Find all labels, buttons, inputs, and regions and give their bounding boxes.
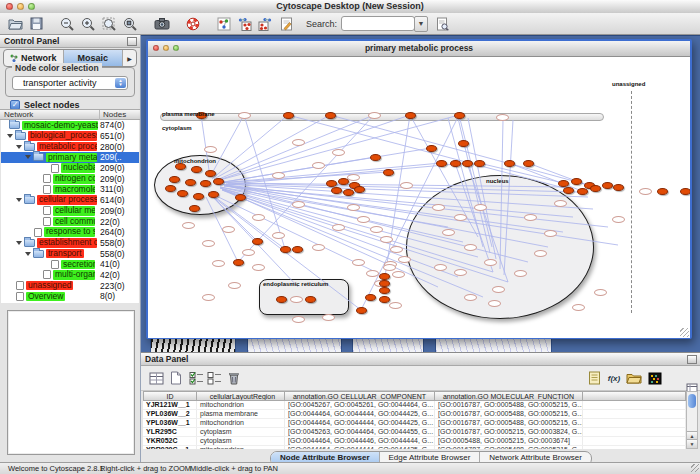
tree-row[interactable]: nucleobase-209(0) — [1, 163, 139, 174]
network-node[interactable] — [426, 145, 437, 152]
network-node[interactable] — [454, 112, 465, 119]
network-node[interactable] — [370, 154, 381, 161]
tree-row[interactable]: cellular process614(0) — [1, 195, 139, 206]
delete-attribute-icon[interactable] — [225, 369, 243, 387]
float-panel-icon[interactable] — [127, 37, 137, 46]
tree-row[interactable]: biological_process651(0) — [1, 131, 139, 142]
column-header[interactable]: annotation.GO MOLECULAR_FUNCTION — [435, 391, 583, 401]
network-node[interactable] — [292, 246, 303, 253]
network-node[interactable] — [577, 188, 588, 195]
tree-row[interactable]: multi-organism pro42(0) — [1, 270, 139, 281]
network-node[interactable] — [354, 186, 365, 193]
tree-row[interactable]: establishment of lo558(0) — [1, 238, 139, 249]
tree-row[interactable]: metabolic process280(0) — [1, 141, 139, 152]
float-panel-icon[interactable] — [687, 355, 697, 364]
new-attribute-icon[interactable] — [167, 369, 185, 387]
zoom-window-icon[interactable] — [28, 3, 35, 10]
column-header[interactable]: ID — [143, 391, 197, 401]
import-attributes-icon[interactable] — [625, 369, 643, 387]
network-node[interactable] — [436, 160, 447, 167]
table-row[interactable]: YPL036W__1mitochondrion[GO:0044464, GO:0… — [143, 419, 686, 428]
network-node[interactable] — [379, 280, 390, 287]
column-header[interactable]: annotation.GO CELLULAR_COMPONENT — [285, 391, 435, 401]
network-node[interactable] — [233, 259, 244, 266]
network-node[interactable] — [252, 238, 263, 245]
minimize-icon[interactable] — [163, 45, 169, 51]
tree-row[interactable]: transport558(0) — [1, 248, 139, 259]
network-node[interactable] — [680, 188, 690, 195]
tree-col-nodes[interactable]: Nodes — [99, 110, 126, 120]
tab-overflow-arrow-icon[interactable]: ▶ — [123, 50, 136, 66]
background-window-fragment[interactable] — [247, 338, 342, 353]
network-node[interactable] — [458, 140, 469, 147]
snapshot-icon[interactable] — [152, 15, 171, 33]
search-dropdown-icon[interactable]: ▼ — [414, 16, 428, 32]
column-header[interactable]: _cellularLayoutRegion — [197, 391, 285, 401]
minimize-icon[interactable] — [17, 3, 24, 10]
network-node[interactable] — [338, 178, 349, 185]
network-node[interactable] — [189, 205, 200, 212]
help-icon[interactable] — [183, 15, 202, 33]
expander-icon[interactable] — [16, 145, 22, 149]
network-window-titlebar[interactable]: primary metabolic process — [148, 41, 690, 57]
network-node[interactable] — [405, 112, 416, 119]
expander-icon[interactable] — [7, 134, 13, 138]
network-node[interactable] — [450, 160, 461, 167]
tree-col-network[interactable]: Network — [4, 110, 33, 120]
network-node[interactable] — [283, 112, 294, 119]
expander-icon[interactable] — [25, 252, 31, 256]
network-node[interactable] — [379, 296, 390, 303]
network-node[interactable] — [657, 188, 668, 195]
notes-icon[interactable] — [585, 369, 603, 387]
network-node[interactable] — [175, 163, 186, 170]
network-node[interactable] — [200, 180, 211, 187]
tree-row[interactable]: primary metab209(.. — [1, 152, 139, 163]
network-node[interactable] — [213, 178, 224, 185]
network-node[interactable] — [325, 112, 336, 119]
network-node[interactable] — [305, 296, 316, 303]
function-builder-icon[interactable]: f(x) — [605, 369, 623, 387]
network-node[interactable] — [383, 169, 394, 176]
network-node[interactable] — [571, 178, 582, 185]
network-node[interactable] — [462, 160, 473, 167]
expander-icon[interactable] — [16, 241, 22, 245]
network-node[interactable] — [185, 179, 196, 186]
network-node[interactable] — [343, 189, 354, 196]
tree-row[interactable]: cellular metabo209(0) — [1, 206, 139, 217]
network-node[interactable] — [523, 160, 534, 167]
search-input[interactable]: ▼ — [341, 16, 415, 31]
matrix-icon[interactable] — [646, 369, 664, 387]
search-options-icon[interactable] — [433, 15, 452, 33]
background-window-fragment[interactable] — [352, 338, 424, 353]
window-resize-grip[interactable] — [680, 328, 689, 337]
zoom-window-icon[interactable] — [173, 45, 179, 51]
close-icon[interactable] — [6, 3, 13, 10]
select-nodes-checkbox[interactable]: ✓ — [10, 100, 20, 110]
zoom-fit-icon[interactable] — [100, 15, 119, 33]
network-node[interactable] — [169, 176, 180, 183]
background-window-fragment[interactable] — [150, 338, 236, 353]
network-overlay-icon-2[interactable] — [256, 15, 275, 33]
tree-row[interactable]: mosaic-demo-yeast874(0) — [1, 120, 139, 131]
network-node[interactable] — [590, 185, 601, 192]
table-scrollbar[interactable]: ▲ ▼ — [686, 391, 698, 449]
network-node[interactable] — [558, 180, 569, 187]
tree-row[interactable]: unassigned223(0) — [1, 280, 139, 291]
network-node[interactable] — [177, 190, 188, 197]
table-row[interactable]: YKR052Ccytoplasm[GO:0044464, GO:0044446,… — [143, 437, 686, 446]
network-node[interactable] — [613, 184, 624, 191]
tree-row[interactable]: nitrogen compo209(0) — [1, 173, 139, 184]
table-row[interactable]: YJR121W__1mitochondrion[GO:0045267, GO:0… — [143, 401, 686, 410]
expander-icon[interactable] — [25, 155, 31, 159]
tree-row[interactable]: cell communicat22(0) — [1, 216, 139, 227]
network-node[interactable] — [208, 191, 219, 198]
tree-row[interactable]: macromolecule311(0) — [1, 184, 139, 195]
color-attribute-dropdown[interactable]: transporter activity ▲▼ — [12, 76, 128, 90]
open-file-icon[interactable] — [6, 15, 25, 33]
birds-eye-view[interactable] — [7, 310, 135, 455]
network-node[interactable] — [563, 187, 574, 194]
zoom-out-icon[interactable] — [58, 15, 77, 33]
table-row[interactable]: YDR039C__1mitochondrion[GO:0044464, GO:0… — [143, 446, 686, 449]
network-node[interactable] — [331, 187, 342, 194]
network-node[interactable] — [474, 160, 485, 167]
